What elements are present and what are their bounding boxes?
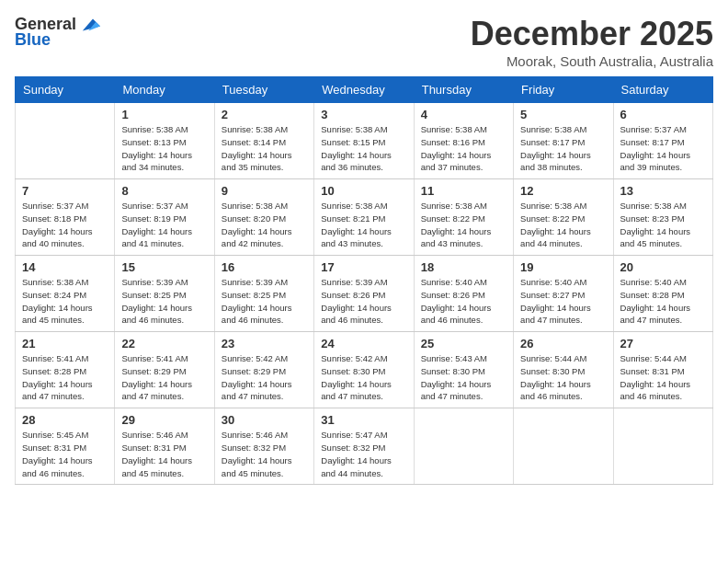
day-of-week-header: Thursday: [414, 77, 513, 103]
calendar-cell: [514, 408, 613, 485]
logo-blue-text: Blue: [15, 30, 51, 50]
sunset: Sunset: 8:26 PM: [421, 290, 485, 300]
month-title: December 2025: [471, 15, 713, 53]
calendar-cell: 13 Sunrise: 5:38 AM Sunset: 8:23 PM Dayl…: [613, 179, 712, 256]
daylight: Daylight: 14 hours and 44 minutes.: [520, 226, 591, 249]
calendar-cell: 7 Sunrise: 5:37 AM Sunset: 8:18 PM Dayli…: [16, 179, 115, 256]
sunset: Sunset: 8:31 PM: [121, 442, 186, 453]
calendar-cell: 23 Sunrise: 5:42 AM Sunset: 8:29 PM Dayl…: [214, 332, 313, 408]
day-info: Sunrise: 5:40 AM Sunset: 8:27 PM Dayligh…: [520, 276, 606, 327]
daylight: Daylight: 14 hours and 47 minutes.: [421, 379, 492, 402]
sunset: Sunset: 8:20 PM: [222, 213, 286, 224]
calendar-cell: 8 Sunrise: 5:37 AM Sunset: 8:19 PM Dayli…: [115, 179, 214, 256]
day-info: Sunrise: 5:39 AM Sunset: 8:26 PM Dayligh…: [321, 276, 406, 327]
day-number: 20: [620, 260, 706, 274]
day-info: Sunrise: 5:38 AM Sunset: 8:22 PM Dayligh…: [421, 200, 506, 250]
calendar-cell: [613, 408, 712, 485]
sunrise: Sunrise: 5:44 AM: [520, 353, 586, 363]
sunrise: Sunrise: 5:38 AM: [620, 201, 687, 211]
sunrise: Sunrise: 5:38 AM: [222, 124, 288, 134]
sunset: Sunset: 8:13 PM: [121, 137, 186, 147]
day-info: Sunrise: 5:38 AM Sunset: 8:13 PM Dayligh…: [121, 123, 207, 174]
day-of-week-header: Wednesday: [314, 77, 414, 103]
day-number: 2: [222, 108, 307, 121]
location: Moorak, South Australia, Australia: [471, 53, 713, 69]
daylight: Daylight: 14 hours and 45 minutes.: [222, 455, 292, 478]
sunset: Sunset: 8:30 PM: [520, 366, 585, 376]
day-number: 29: [121, 413, 207, 427]
sunrise: Sunrise: 5:41 AM: [121, 353, 188, 363]
daylight: Daylight: 14 hours and 47 minutes.: [321, 379, 392, 402]
day-of-week-header: Tuesday: [214, 77, 313, 103]
day-info: Sunrise: 5:44 AM Sunset: 8:30 PM Dayligh…: [520, 352, 606, 403]
sunset: Sunset: 8:28 PM: [620, 290, 685, 300]
daylight: Daylight: 14 hours and 47 minutes.: [520, 303, 591, 326]
day-info: Sunrise: 5:38 AM Sunset: 8:15 PM Dayligh…: [321, 123, 406, 174]
calendar-cell: 5 Sunrise: 5:38 AM Sunset: 8:17 PM Dayli…: [514, 103, 613, 179]
daylight: Daylight: 14 hours and 45 minutes.: [121, 455, 192, 478]
daylight: Daylight: 14 hours and 47 minutes.: [121, 379, 192, 402]
sunrise: Sunrise: 5:44 AM: [620, 353, 687, 363]
day-number: 15: [121, 260, 207, 274]
calendar-cell: 18 Sunrise: 5:40 AM Sunset: 8:26 PM Dayl…: [414, 256, 513, 332]
sunrise: Sunrise: 5:38 AM: [321, 124, 387, 134]
daylight: Daylight: 14 hours and 43 minutes.: [321, 226, 392, 249]
calendar-cell: 19 Sunrise: 5:40 AM Sunset: 8:27 PM Dayl…: [514, 256, 613, 332]
day-info: Sunrise: 5:38 AM Sunset: 8:21 PM Dayligh…: [321, 200, 406, 250]
calendar-cell: 10 Sunrise: 5:38 AM Sunset: 8:21 PM Dayl…: [314, 179, 414, 256]
sunrise: Sunrise: 5:47 AM: [321, 430, 387, 440]
calendar-table: SundayMondayTuesdayWednesdayThursdayFrid…: [15, 76, 713, 485]
daylight: Daylight: 14 hours and 46 minutes.: [520, 379, 591, 402]
sunset: Sunset: 8:31 PM: [620, 366, 685, 376]
sunrise: Sunrise: 5:37 AM: [22, 201, 88, 211]
sunrise: Sunrise: 5:46 AM: [121, 430, 188, 440]
sunset: Sunset: 8:15 PM: [321, 137, 385, 147]
calendar-cell: 31 Sunrise: 5:47 AM Sunset: 8:32 PM Dayl…: [314, 408, 414, 485]
day-number: 21: [22, 337, 108, 350]
sunrise: Sunrise: 5:38 AM: [421, 124, 487, 134]
sunrise: Sunrise: 5:40 AM: [520, 277, 586, 287]
sunset: Sunset: 8:17 PM: [620, 137, 685, 147]
day-number: 25: [421, 337, 506, 350]
daylight: Daylight: 14 hours and 44 minutes.: [321, 455, 392, 478]
calendar-cell: 26 Sunrise: 5:44 AM Sunset: 8:30 PM Dayl…: [514, 332, 613, 408]
sunset: Sunset: 8:25 PM: [222, 290, 286, 300]
calendar-cell: 28 Sunrise: 5:45 AM Sunset: 8:31 PM Dayl…: [16, 408, 115, 485]
calendar-cell: 24 Sunrise: 5:42 AM Sunset: 8:30 PM Dayl…: [314, 332, 414, 408]
sunrise: Sunrise: 5:39 AM: [121, 277, 188, 287]
day-number: 22: [121, 337, 207, 350]
sunset: Sunset: 8:14 PM: [222, 137, 286, 147]
day-info: Sunrise: 5:38 AM Sunset: 8:22 PM Dayligh…: [520, 200, 606, 250]
calendar-cell: [16, 103, 115, 179]
sunset: Sunset: 8:18 PM: [22, 213, 86, 224]
day-number: 24: [321, 337, 406, 350]
day-number: 30: [222, 413, 307, 427]
day-number: 9: [222, 184, 307, 198]
sunrise: Sunrise: 5:41 AM: [22, 353, 88, 363]
calendar-cell: 25 Sunrise: 5:43 AM Sunset: 8:30 PM Dayl…: [414, 332, 513, 408]
calendar-cell: [414, 408, 513, 485]
daylight: Daylight: 14 hours and 46 minutes.: [321, 303, 392, 326]
sunset: Sunset: 8:29 PM: [121, 366, 186, 376]
daylight: Daylight: 14 hours and 37 minutes.: [421, 150, 492, 173]
sunset: Sunset: 8:29 PM: [222, 366, 286, 376]
sunset: Sunset: 8:30 PM: [321, 366, 385, 376]
day-info: Sunrise: 5:46 AM Sunset: 8:31 PM Dayligh…: [121, 429, 207, 479]
day-number: 6: [620, 108, 706, 121]
sunrise: Sunrise: 5:38 AM: [520, 124, 586, 134]
sunrise: Sunrise: 5:40 AM: [620, 277, 687, 287]
calendar-cell: 4 Sunrise: 5:38 AM Sunset: 8:16 PM Dayli…: [414, 103, 513, 179]
daylight: Daylight: 14 hours and 46 minutes.: [620, 379, 691, 402]
day-number: 19: [520, 260, 606, 274]
day-info: Sunrise: 5:37 AM Sunset: 8:17 PM Dayligh…: [620, 123, 706, 174]
daylight: Daylight: 14 hours and 40 minutes.: [22, 226, 93, 249]
calendar-cell: 9 Sunrise: 5:38 AM Sunset: 8:20 PM Dayli…: [214, 179, 313, 256]
calendar-week-row: 28 Sunrise: 5:45 AM Sunset: 8:31 PM Dayl…: [16, 408, 713, 485]
sunset: Sunset: 8:30 PM: [421, 366, 485, 376]
day-info: Sunrise: 5:41 AM Sunset: 8:28 PM Dayligh…: [22, 352, 108, 403]
day-number: 11: [421, 184, 506, 198]
day-number: 28: [22, 413, 108, 427]
day-info: Sunrise: 5:45 AM Sunset: 8:31 PM Dayligh…: [22, 429, 108, 479]
day-of-week-header: Sunday: [16, 77, 115, 103]
sunrise: Sunrise: 5:37 AM: [121, 201, 188, 211]
